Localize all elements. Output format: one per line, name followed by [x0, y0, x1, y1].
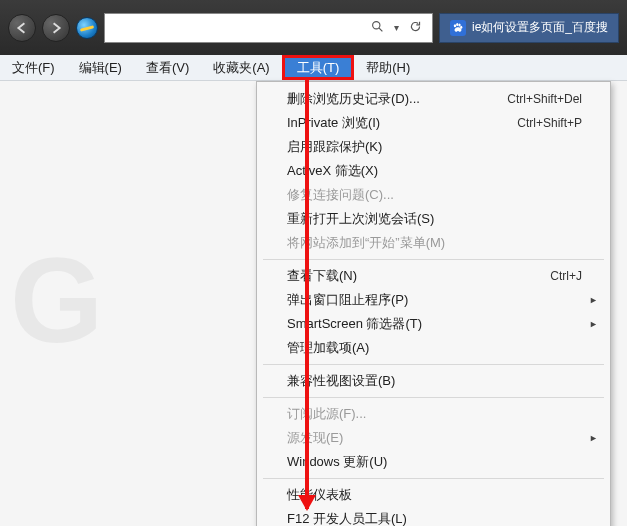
- svg-point-2: [454, 24, 456, 27]
- menu-item-feed-discovery: 源发现(E): [259, 426, 608, 450]
- annotation-arrow: [305, 79, 309, 509]
- menu-item-label: F12 开发人员工具(L): [287, 510, 407, 526]
- menu-item-accel: Ctrl+Shift+Del: [507, 90, 582, 108]
- annotation-box-tools: 工具(T): [282, 55, 355, 80]
- menu-item-reopen-session[interactable]: 重新打开上次浏览会话(S): [259, 207, 608, 231]
- menu-item-popup-blocker[interactable]: 弹出窗口阻止程序(P): [259, 288, 608, 312]
- menu-separator: [263, 397, 604, 398]
- baidu-paw-icon: [450, 20, 466, 36]
- menu-separator: [263, 364, 604, 365]
- menu-item-label: 启用跟踪保护(K): [287, 138, 382, 156]
- svg-point-4: [458, 23, 460, 26]
- menu-item-label: 重新打开上次浏览会话(S): [287, 210, 434, 228]
- svg-point-3: [456, 22, 458, 25]
- tools-dropdown: 删除浏览历史记录(D)... Ctrl+Shift+Del InPrivate …: [256, 81, 611, 526]
- menu-item-delete-history[interactable]: 删除浏览历史记录(D)... Ctrl+Shift+Del: [259, 87, 608, 111]
- menubar: 文件(F) 编辑(E) 查看(V) 收藏夹(A) 工具(T) 帮助(H): [0, 55, 627, 81]
- browser-tab[interactable]: ie如何设置多页面_百度搜: [439, 13, 619, 43]
- menu-item-view-downloads[interactable]: 查看下载(N) Ctrl+J: [259, 264, 608, 288]
- ie-logo-icon: [76, 17, 98, 39]
- menu-item-accel: Ctrl+J: [550, 267, 582, 285]
- menu-view[interactable]: 查看(V): [134, 55, 201, 80]
- menu-item-manage-addons[interactable]: 管理加载项(A): [259, 336, 608, 360]
- menu-item-label: 查看下载(N): [287, 267, 357, 285]
- menu-item-accel: Ctrl+Shift+P: [517, 114, 582, 132]
- menu-item-add-to-start: 将网站添加到“开始”菜单(M): [259, 231, 608, 255]
- address-input[interactable]: [105, 20, 361, 35]
- menu-item-label: Windows 更新(U): [287, 453, 387, 471]
- menu-item-inprivate[interactable]: InPrivate 浏览(I) Ctrl+Shift+P: [259, 111, 608, 135]
- menu-item-tracking-protect[interactable]: 启用跟踪保护(K): [259, 135, 608, 159]
- menu-item-label: 性能仪表板: [287, 486, 352, 504]
- menu-item-compat-view[interactable]: 兼容性视图设置(B): [259, 369, 608, 393]
- menu-item-label: 兼容性视图设置(B): [287, 372, 395, 390]
- svg-line-1: [379, 28, 382, 31]
- menu-favorites[interactable]: 收藏夹(A): [201, 55, 281, 80]
- browser-navbar: ▾ ie如何设置多页面_百度搜: [0, 0, 627, 55]
- watermark: G: [10, 231, 95, 369]
- menu-item-label: 修复连接问题(C)...: [287, 186, 394, 204]
- menu-item-activex-filter[interactable]: ActiveX 筛选(X): [259, 159, 608, 183]
- address-bar-icons: ▾: [361, 20, 432, 36]
- menu-help[interactable]: 帮助(H): [354, 55, 422, 80]
- menu-item-label: 订阅此源(F)...: [287, 405, 366, 423]
- menu-tools[interactable]: 工具(T): [285, 58, 352, 77]
- menu-item-smartscreen[interactable]: SmartScreen 筛选器(T): [259, 312, 608, 336]
- search-icon[interactable]: [371, 20, 384, 36]
- browser-tab-title: ie如何设置多页面_百度搜: [472, 19, 608, 36]
- menu-edit[interactable]: 编辑(E): [67, 55, 134, 80]
- menu-item-label: 将网站添加到“开始”菜单(M): [287, 234, 445, 252]
- menu-item-windows-update[interactable]: Windows 更新(U): [259, 450, 608, 474]
- menu-item-label: InPrivate 浏览(I): [287, 114, 380, 132]
- menu-item-subscribe-feed: 订阅此源(F)...: [259, 402, 608, 426]
- menu-separator: [263, 478, 604, 479]
- forward-button[interactable]: [42, 14, 70, 42]
- menu-separator: [263, 259, 604, 260]
- address-bar[interactable]: ▾: [104, 13, 433, 43]
- refresh-icon[interactable]: [409, 20, 422, 36]
- back-button[interactable]: [8, 14, 36, 42]
- menu-item-label: 管理加载项(A): [287, 339, 369, 357]
- menu-item-label: 源发现(E): [287, 429, 343, 447]
- svg-point-0: [373, 21, 380, 28]
- chevron-down-icon[interactable]: ▾: [394, 22, 399, 33]
- content-area: G 删除浏览历史记录(D)... Ctrl+Shift+Del InPrivat…: [0, 81, 627, 526]
- menu-file[interactable]: 文件(F): [0, 55, 67, 80]
- menu-item-fix-connection: 修复连接问题(C)...: [259, 183, 608, 207]
- menu-item-label: ActiveX 筛选(X): [287, 162, 378, 180]
